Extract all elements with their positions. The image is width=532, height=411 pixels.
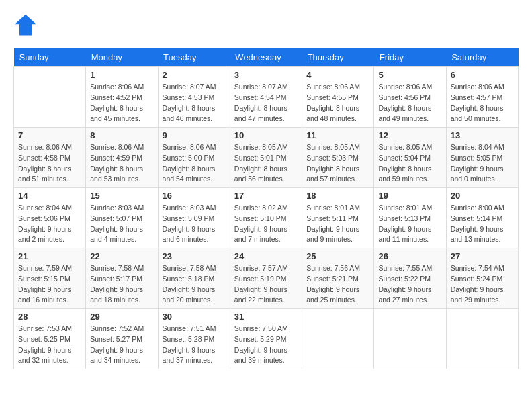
calendar-cell: 8Sunrise: 8:06 AMSunset: 4:59 PMDaylight… (86, 128, 158, 188)
calendar-cell: 10Sunrise: 8:05 AMSunset: 5:01 PMDayligh… (230, 128, 302, 188)
calendar-cell: 22Sunrise: 7:58 AMSunset: 5:17 PMDayligh… (86, 248, 158, 309)
calendar-cell: 24Sunrise: 7:57 AMSunset: 5:19 PMDayligh… (230, 248, 302, 309)
day-number: 8 (90, 130, 153, 140)
calendar-cell: 31Sunrise: 7:50 AMSunset: 5:29 PMDayligh… (230, 309, 302, 369)
day-number: 28 (18, 312, 81, 322)
calendar-cell: 30Sunrise: 7:51 AMSunset: 5:28 PMDayligh… (158, 309, 230, 369)
day-number: 11 (306, 130, 369, 140)
day-info: Sunrise: 8:06 AMSunset: 4:56 PMDaylight:… (378, 82, 441, 124)
day-info: Sunrise: 7:55 AMSunset: 5:22 PMDaylight:… (378, 263, 441, 306)
day-info: Sunrise: 8:04 AMSunset: 5:06 PMDaylight:… (18, 203, 81, 245)
day-number: 30 (163, 312, 226, 322)
calendar-cell: 20Sunrise: 8:00 AMSunset: 5:14 PMDayligh… (446, 188, 518, 248)
day-number: 25 (306, 251, 369, 261)
calendar-cell (14, 67, 86, 128)
calendar-table: Sunday Monday Tuesday Wednesday Thursday… (13, 48, 519, 369)
day-info: Sunrise: 8:06 AMSunset: 5:00 PMDaylight:… (163, 142, 226, 185)
calendar-week-row: 1Sunrise: 8:06 AMSunset: 4:52 PMDaylight… (14, 67, 519, 128)
calendar-cell: 16Sunrise: 8:03 AMSunset: 5:09 PMDayligh… (158, 188, 230, 248)
calendar-cell: 1Sunrise: 8:06 AMSunset: 4:52 PMDaylight… (86, 67, 158, 128)
day-number: 4 (306, 70, 369, 80)
calendar-cell: 18Sunrise: 8:01 AMSunset: 5:11 PMDayligh… (302, 188, 374, 248)
day-info: Sunrise: 7:58 AMSunset: 5:17 PMDaylight:… (90, 263, 153, 306)
day-number: 31 (234, 312, 298, 322)
day-number: 15 (90, 191, 153, 201)
day-info: Sunrise: 8:03 AMSunset: 5:07 PMDaylight:… (90, 203, 153, 245)
calendar-cell: 7Sunrise: 8:06 AMSunset: 4:58 PMDaylight… (14, 128, 86, 188)
calendar-cell: 19Sunrise: 8:01 AMSunset: 5:13 PMDayligh… (374, 188, 446, 248)
calendar-week-row: 14Sunrise: 8:04 AMSunset: 5:06 PMDayligh… (14, 188, 519, 248)
calendar-cell: 15Sunrise: 8:03 AMSunset: 5:07 PMDayligh… (86, 188, 158, 248)
calendar-cell (446, 309, 518, 369)
weekday-header-row: Sunday Monday Tuesday Wednesday Thursday… (14, 48, 519, 67)
calendar-cell: 3Sunrise: 8:07 AMSunset: 4:54 PMDaylight… (230, 67, 302, 128)
day-info: Sunrise: 8:06 AMSunset: 4:57 PMDaylight:… (451, 82, 514, 124)
day-number: 23 (163, 251, 226, 261)
calendar-cell: 21Sunrise: 7:59 AMSunset: 5:15 PMDayligh… (14, 248, 86, 309)
header-friday: Friday (374, 48, 446, 67)
day-info: Sunrise: 8:01 AMSunset: 5:11 PMDaylight:… (306, 203, 369, 245)
day-number: 3 (234, 70, 298, 80)
calendar-cell: 28Sunrise: 7:53 AMSunset: 5:25 PMDayligh… (14, 309, 86, 369)
day-info: Sunrise: 8:00 AMSunset: 5:14 PMDaylight:… (451, 203, 514, 245)
day-info: Sunrise: 8:06 AMSunset: 4:52 PMDaylight:… (90, 82, 153, 124)
day-number: 27 (451, 251, 514, 261)
calendar-cell: 9Sunrise: 8:06 AMSunset: 5:00 PMDaylight… (158, 128, 230, 188)
day-number: 7 (18, 130, 81, 140)
logo (13, 13, 42, 38)
day-info: Sunrise: 7:51 AMSunset: 5:28 PMDaylight:… (163, 324, 226, 366)
day-info: Sunrise: 7:57 AMSunset: 5:19 PMDaylight:… (234, 263, 298, 306)
calendar-week-row: 7Sunrise: 8:06 AMSunset: 4:58 PMDaylight… (14, 128, 519, 188)
day-number: 17 (234, 191, 298, 201)
header-thursday: Thursday (302, 48, 374, 67)
day-info: Sunrise: 8:04 AMSunset: 5:05 PMDaylight:… (451, 142, 514, 185)
day-number: 5 (378, 70, 441, 80)
calendar-cell: 25Sunrise: 7:56 AMSunset: 5:21 PMDayligh… (302, 248, 374, 309)
day-info: Sunrise: 8:07 AMSunset: 4:54 PMDaylight:… (234, 82, 298, 124)
day-info: Sunrise: 7:52 AMSunset: 5:27 PMDaylight:… (90, 324, 153, 366)
day-info: Sunrise: 7:53 AMSunset: 5:25 PMDaylight:… (18, 324, 81, 366)
calendar-cell: 17Sunrise: 8:02 AMSunset: 5:10 PMDayligh… (230, 188, 302, 248)
calendar-cell: 4Sunrise: 8:06 AMSunset: 4:55 PMDaylight… (302, 67, 374, 128)
day-number: 22 (90, 251, 153, 261)
day-info: Sunrise: 7:50 AMSunset: 5:29 PMDaylight:… (234, 324, 298, 366)
calendar-cell: 27Sunrise: 7:54 AMSunset: 5:24 PMDayligh… (446, 248, 518, 309)
calendar-cell: 11Sunrise: 8:05 AMSunset: 5:03 PMDayligh… (302, 128, 374, 188)
day-number: 9 (163, 130, 226, 140)
header-sunday: Sunday (14, 48, 86, 67)
calendar-cell (374, 309, 446, 369)
day-info: Sunrise: 8:02 AMSunset: 5:10 PMDaylight:… (234, 203, 298, 245)
calendar-cell: 6Sunrise: 8:06 AMSunset: 4:57 PMDaylight… (446, 67, 518, 128)
day-number: 19 (378, 191, 441, 201)
header-wednesday: Wednesday (230, 48, 302, 67)
day-info: Sunrise: 8:05 AMSunset: 5:04 PMDaylight:… (378, 142, 441, 185)
day-info: Sunrise: 7:54 AMSunset: 5:24 PMDaylight:… (451, 263, 514, 306)
day-number: 21 (18, 251, 81, 261)
header-monday: Monday (86, 48, 158, 67)
day-info: Sunrise: 8:03 AMSunset: 5:09 PMDaylight:… (163, 203, 226, 245)
page-header (13, 13, 519, 38)
day-info: Sunrise: 8:06 AMSunset: 4:55 PMDaylight:… (306, 82, 369, 124)
svg-marker-0 (15, 15, 36, 36)
calendar-cell: 13Sunrise: 8:04 AMSunset: 5:05 PMDayligh… (446, 128, 518, 188)
day-info: Sunrise: 7:56 AMSunset: 5:21 PMDaylight:… (306, 263, 369, 306)
day-number: 12 (378, 130, 441, 140)
day-number: 26 (378, 251, 441, 261)
calendar-cell: 5Sunrise: 8:06 AMSunset: 4:56 PMDaylight… (374, 67, 446, 128)
calendar-cell: 26Sunrise: 7:55 AMSunset: 5:22 PMDayligh… (374, 248, 446, 309)
day-number: 20 (451, 191, 514, 201)
calendar-week-row: 21Sunrise: 7:59 AMSunset: 5:15 PMDayligh… (14, 248, 519, 309)
day-number: 1 (90, 70, 153, 80)
calendar-week-row: 28Sunrise: 7:53 AMSunset: 5:25 PMDayligh… (14, 309, 519, 369)
calendar-cell: 14Sunrise: 8:04 AMSunset: 5:06 PMDayligh… (14, 188, 86, 248)
day-info: Sunrise: 8:07 AMSunset: 4:53 PMDaylight:… (163, 82, 226, 124)
day-number: 29 (90, 312, 153, 322)
day-number: 2 (163, 70, 226, 80)
day-info: Sunrise: 8:05 AMSunset: 5:03 PMDaylight:… (306, 142, 369, 185)
logo-icon (13, 13, 38, 38)
day-info: Sunrise: 8:06 AMSunset: 4:59 PMDaylight:… (90, 142, 153, 185)
header-saturday: Saturday (446, 48, 518, 67)
day-info: Sunrise: 8:06 AMSunset: 4:58 PMDaylight:… (18, 142, 81, 185)
day-info: Sunrise: 8:01 AMSunset: 5:13 PMDaylight:… (378, 203, 441, 245)
day-number: 24 (234, 251, 298, 261)
